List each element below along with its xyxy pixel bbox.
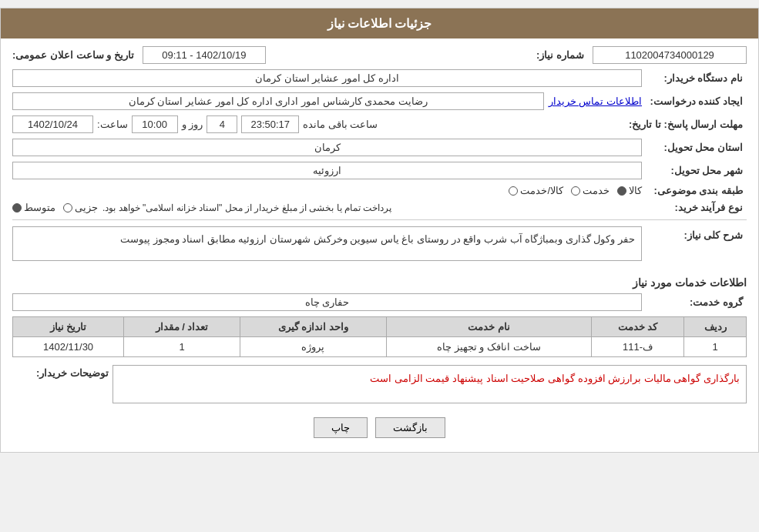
day-label: روز و (182, 119, 203, 130)
buyer-notes-label: توضیحات خریدار: (12, 365, 113, 379)
cell-row: 1 (684, 337, 747, 357)
service-group-value: حفاری چاه (12, 293, 642, 311)
creator-label: ایجاد کننده درخواست: (646, 95, 747, 107)
category-kala-label: کالا (629, 185, 642, 196)
date-announce-value: 1402/10/19 - 09:11 (143, 46, 266, 64)
description-value: حفر وکول گذاری وبمباژگاه آب شرب واقع در … (12, 226, 642, 261)
response-deadline-label: مهلت ارسال پاسخ: تا تاریخ: (629, 119, 747, 130)
content-area: شماره نیاز: 1102004734000129 تاریخ و ساع… (1, 38, 758, 452)
process-jozi-label: جزیی (75, 202, 98, 213)
process-mottavaset-item: متوسط (12, 202, 55, 213)
remaining-label: ساعت باقی مانده (303, 119, 378, 130)
category-kala-khedmat-label: کالا/خدمت (520, 185, 563, 196)
category-khedmat-item: خدمت (571, 185, 610, 196)
process-jozi-item: جزیی (63, 202, 98, 213)
category-kala-radio[interactable] (617, 186, 626, 196)
province-label: استان محل تحویل: (646, 142, 747, 153)
col-header-code: کد خدمت (591, 317, 683, 337)
category-khedmat-radio[interactable] (571, 186, 580, 196)
services-table-section: ردیف کد خدمت نام خدمت واحد اندازه گیری ت… (12, 316, 747, 357)
buyer-notes-box: بارگذاری گواهی مالیات برارزش افزوده گواه… (113, 365, 747, 403)
process-note: پرداخت تمام یا بخشی از مبلغ خریدار از مح… (102, 202, 391, 213)
time-label: ساعت: (97, 119, 128, 130)
province-value: کرمان (12, 139, 642, 156)
category-kala-item: کالا (617, 185, 642, 196)
date-value: 1402/10/24 (12, 115, 93, 133)
buyer-name-value: اداره کل امور عشایر استان کرمان (12, 69, 642, 87)
process-radio-group: متوسط جزیی (12, 202, 98, 213)
contact-link[interactable]: اطلاعات تماس خریدار (549, 95, 642, 107)
col-header-unit: واحد اندازه گیری (240, 317, 386, 337)
buyer-notes-value: بارگذاری گواهی مالیات برارزش افزوده گواه… (370, 373, 740, 384)
process-jozi-radio[interactable] (63, 203, 72, 212)
category-khedmat-label: خدمت (583, 185, 610, 196)
city-value: ارزوئیه (12, 162, 642, 179)
divider-1 (12, 219, 747, 220)
col-header-row: ردیف (684, 317, 747, 337)
process-label: نوع فرآیند خرید: (646, 202, 747, 213)
service-group-label: گروه خدمت: (646, 296, 747, 308)
cell-date: 1402/11/30 (13, 337, 124, 357)
need-number-label: شماره نیاز: (488, 49, 588, 61)
remaining-value: 23:50:17 (241, 115, 299, 133)
button-row: چاپ بازگشت (12, 417, 747, 438)
page-header: جزئیات اطلاعات نیاز (1, 8, 758, 38)
col-header-qty: تعداد / مقدار (124, 317, 240, 337)
col-header-date: تاریخ نیاز (13, 317, 124, 337)
category-kala-khedmat-radio[interactable] (509, 186, 518, 196)
services-table: ردیف کد خدمت نام خدمت واحد اندازه گیری ت… (12, 316, 747, 357)
cell-unit: پروژه (240, 337, 386, 357)
date-announce-label: تاریخ و ساعت اعلان عمومی: (12, 49, 138, 61)
process-mottavaset-label: متوسط (24, 202, 55, 213)
need-number-value: 1102004734000129 (593, 46, 747, 64)
services-section-title: اطلاعات خدمات مورد نیاز (12, 276, 747, 289)
city-label: شهر محل تحویل: (646, 165, 747, 176)
cell-code: ف-111 (591, 337, 683, 357)
cell-name: ساخت انافک و تجهیز چاه (386, 337, 591, 357)
col-header-name: نام خدمت (386, 317, 591, 337)
buyer-notes-row: توضیحات خریدار: بارگذاری گواهی مالیات بر… (12, 365, 747, 408)
table-row: 1ف-111ساخت انافک و تجهیز چاهپروژه11402/1… (13, 337, 747, 357)
category-label: طبقه بندی موضوعی: (646, 185, 747, 196)
category-radio-group: کالا/خدمت خدمت کالا (509, 185, 642, 196)
back-button[interactable]: بازگشت (375, 417, 445, 438)
category-kala-khedmat-item: کالا/خدمت (509, 185, 563, 196)
description-label: شرح کلی نیاز: (646, 226, 747, 241)
page-wrapper: جزئیات اطلاعات نیاز شماره نیاز: 11020047… (0, 8, 759, 453)
print-button[interactable]: چاپ (314, 417, 368, 438)
buyer-name-label: نام دستگاه خریدار: (646, 72, 747, 84)
cell-quantity: 1 (124, 337, 240, 357)
process-mottavaset-radio[interactable] (12, 203, 22, 212)
day-value: 4 (207, 115, 237, 133)
time-value: 10:00 (132, 115, 178, 133)
page-title: جزئیات اطلاعات نیاز (327, 17, 432, 30)
creator-value: رضایت محمدی کارشناس امور اداری اداره کل … (12, 92, 544, 110)
